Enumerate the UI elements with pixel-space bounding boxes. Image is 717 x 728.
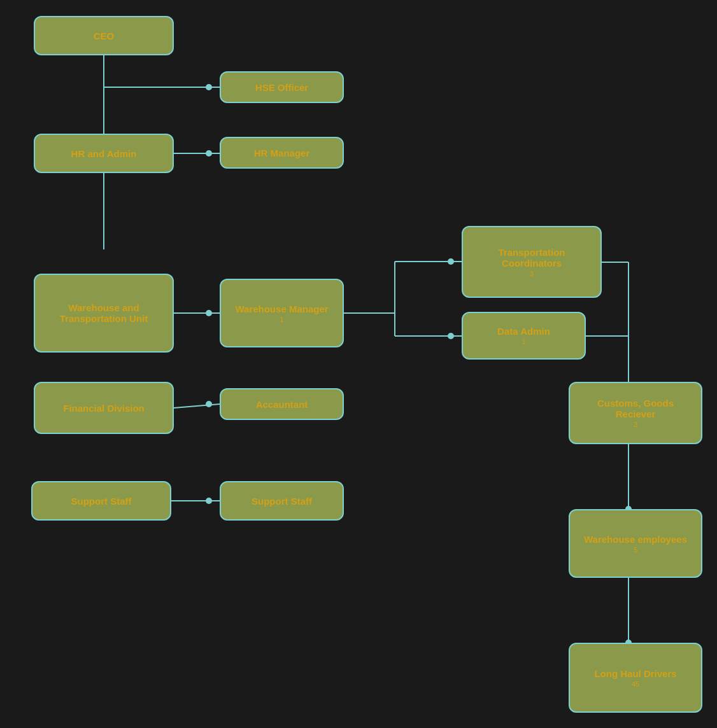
transport-coord-count: 3 bbox=[530, 270, 534, 277]
svg-line-25 bbox=[174, 404, 220, 408]
warehouse-emp-count: 5 bbox=[634, 546, 637, 554]
accountant-label: Accauntant bbox=[256, 399, 308, 410]
svg-point-8 bbox=[206, 310, 212, 316]
warehouse-manager-count: 1 bbox=[280, 316, 283, 323]
svg-point-2 bbox=[206, 84, 212, 90]
transport-coord-node: Transportation Coordinators 3 bbox=[462, 226, 602, 298]
hse-node: HSE Officer bbox=[220, 71, 344, 103]
svg-point-5 bbox=[206, 150, 212, 157]
support-left-label: Support Staff bbox=[71, 496, 132, 507]
warehouse-manager-label: Warehouse Manager bbox=[235, 304, 328, 314]
svg-point-29 bbox=[206, 498, 212, 504]
data-admin-label: Data Admin bbox=[497, 326, 550, 337]
hse-label: HSE Officer bbox=[255, 82, 308, 93]
long-haul-node: Long Haul Drivers 45 bbox=[569, 643, 702, 713]
connector-lines bbox=[0, 0, 717, 728]
hr-admin-label: HR and Admin bbox=[71, 148, 137, 159]
ceo-node: CEO bbox=[34, 16, 174, 55]
data-admin-node: Data Admin 1 bbox=[462, 312, 586, 360]
warehouse-unit-node: Warehouse and Transportation Unit bbox=[34, 274, 174, 353]
support-right-label: Support Staff bbox=[252, 496, 312, 507]
customs-label: Customs, Goods Reciever bbox=[576, 398, 695, 419]
ceo-label: CEO bbox=[94, 31, 115, 41]
warehouse-unit-label: Warehouse and Transportation Unit bbox=[41, 302, 166, 324]
hr-admin-node: HR and Admin bbox=[34, 134, 174, 173]
warehouse-emp-label: Warehouse employees bbox=[584, 534, 687, 545]
support-left-node: Support Staff bbox=[31, 481, 171, 521]
svg-point-12 bbox=[448, 258, 454, 265]
transport-coord-label: Transportation Coordinators bbox=[469, 247, 594, 269]
customs-count: 3 bbox=[634, 421, 637, 428]
data-admin-count: 1 bbox=[522, 338, 525, 346]
svg-point-26 bbox=[206, 401, 212, 407]
financial-node: Financial Division bbox=[34, 382, 174, 434]
customs-node: Customs, Goods Reciever 3 bbox=[569, 382, 702, 444]
hr-manager-node: HR Manager bbox=[220, 137, 344, 169]
svg-point-14 bbox=[448, 333, 454, 339]
hr-manager-label: HR Manager bbox=[254, 148, 310, 158]
warehouse-emp-node: Warehouse employees 5 bbox=[569, 509, 702, 578]
financial-label: Financial Division bbox=[63, 403, 145, 414]
long-haul-count: 45 bbox=[632, 680, 639, 688]
accountant-node: Accauntant bbox=[220, 388, 344, 420]
long-haul-label: Long Haul Drivers bbox=[594, 668, 676, 679]
warehouse-manager-node: Warehouse Manager 1 bbox=[220, 279, 344, 347]
support-right-node: Support Staff bbox=[220, 481, 344, 521]
org-chart: CEO HSE Officer HR and Admin HR Manager … bbox=[0, 0, 717, 728]
